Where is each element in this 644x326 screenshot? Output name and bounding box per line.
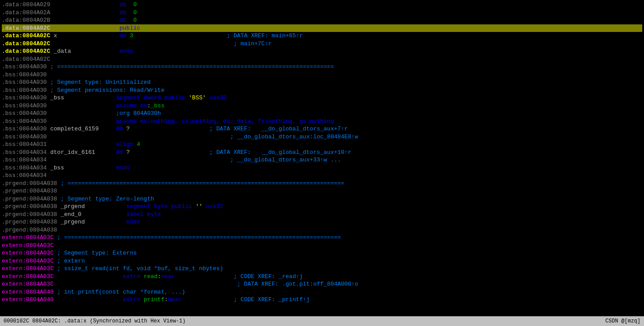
status-left: 0000102C 0804A02C: .data:x (Synchronized… [4, 318, 185, 324]
line-addr: .bss:0804A030 [2, 63, 47, 70]
line-addr: .data:0804A02C [2, 40, 50, 47]
code-line: .data:0804A02B db 0 [2, 16, 642, 24]
line-addr: extern:0804A03C [2, 250, 54, 256]
line-addr: .bss:0804A030 [2, 126, 47, 132]
line-addr: extern:0804A040 [2, 289, 54, 295]
line-addr: .prgend:0804A038 [2, 188, 57, 194]
code-line: extern:0804A03C ; extern [2, 257, 642, 265]
code-line: .prgend:0804A038 [2, 226, 642, 234]
line-addr: .bss:0804A034 [2, 149, 47, 156]
code-line: .bss:0804A031 align 4 [2, 141, 642, 149]
line-addr: extern:0804A03C [2, 281, 54, 287]
line-addr: extern:0804A03C [2, 242, 54, 249]
code-line: .prgend:0804A038 [2, 187, 642, 195]
line-addr: .prgend:0804A038 [2, 227, 57, 233]
line-addr: .bss:0804A030 [2, 134, 47, 140]
line-addr: .prgend:0804A038 [2, 211, 57, 218]
code-line: .bss:0804A030 ; Segment permissions: Rea… [2, 86, 642, 94]
code-line: .data:0804A02C ; main+7C↑r [2, 40, 642, 48]
code-line: .bss:0804A030 ;org 804A030h [2, 110, 642, 118]
line-addr: .bss:0804A034 [2, 165, 47, 171]
code-line: .bss:0804A034 _bss ends [2, 164, 642, 172]
code-line: .bss:0804A030 ; __do_global_dtors_aux:lo… [2, 133, 642, 141]
code-line: .bss:0804A030 ; ========================… [2, 63, 642, 71]
code-line: extern:0804A040 ; int printf(const char … [2, 288, 642, 296]
line-addr: .bss:0804A030 [2, 110, 47, 117]
line-addr: .prgend:0804A038 [2, 219, 57, 225]
code-line: .bss:0804A030 assume es:nothing, ss:noth… [2, 118, 642, 126]
status-right: CSDN @[mzq] [605, 318, 640, 324]
code-line: extern:0804A03C ; ssize_t read(int fd, v… [2, 265, 642, 273]
code-line: .prgend:0804A038 _end_0 label byte [2, 211, 642, 219]
line-addr: extern:0804A03C [2, 234, 54, 241]
line-addr: .data:0804A02B [2, 17, 50, 24]
code-line: .bss:0804A030 completed_6159 db ? ; DATA… [2, 125, 642, 133]
line-addr: .bss:0804A034 [2, 157, 47, 163]
code-line: .data:0804A02C _data ends [2, 47, 642, 55]
code-line: extern:0804A03C [2, 242, 642, 250]
line-addr: .prgend:0804A038 [2, 203, 57, 210]
line-addr: .data:0804A02C [2, 56, 50, 63]
code-line: .data:0804A02C [2, 55, 642, 63]
line-addr: extern:0804A03C [2, 273, 54, 280]
code-line: .data:0804A029 db 0 [2, 1, 642, 9]
line-addr: .prgend:0804A038 [2, 196, 57, 202]
line-addr: .data:0804A029 [2, 1, 50, 8]
code-line: .bss:0804A030 ; Segment type: Uninitiali… [2, 79, 642, 86]
line-addr: .bss:0804A031 [2, 141, 47, 148]
code-line: extern:0804A03C extrn read:near ; CODE X… [2, 273, 642, 281]
code-line: .bss:0804A030 assume cs:_bss [2, 102, 642, 110]
code-line: .bss:0804A034 ; __do_global_dtors_aux+33… [2, 156, 642, 164]
code-line: extern:0804A03C ; Segment type: Externs [2, 249, 642, 257]
line-addr: .data:0804A02C [2, 32, 50, 39]
code-line: .prgend:0804A038 ; Segment type: Zero-le… [2, 195, 642, 203]
line-addr: .bss:0804A030 [2, 94, 47, 101]
code-line: .data:0804A02C x dd 3 ; DATA XREF: main+… [2, 32, 642, 40]
line-addr: .data:0804A02C [2, 25, 50, 31]
code-line: extern:0804A03C ; DATA XREF: .got.plt:of… [2, 280, 642, 288]
code-line: .prgend:0804A038 _prgend ends [2, 218, 642, 226]
line-addr: extern:0804A03C [2, 265, 54, 272]
line-addr: .bss:0804A034 [2, 172, 47, 179]
code-line: extern:0804A040 extrn printf:near ; CODE… [2, 296, 642, 304]
main-container: .data:0804A029 db 0.data:0804A02A db 0.d… [0, 0, 644, 326]
line-addr: .bss:0804A030 [2, 118, 47, 125]
code-line: extern:0804A03C ; ======================… [2, 234, 642, 242]
status-bar: 0000102C 0804A02C: .data:x (Synchronized… [0, 316, 644, 326]
code-line: .bss:0804A030 [2, 71, 642, 79]
line-addr: extern:0804A03C [2, 258, 54, 264]
code-area[interactable]: .data:0804A029 db 0.data:0804A02A db 0.d… [0, 0, 644, 316]
line-addr: extern:0804A040 [2, 296, 54, 303]
code-line: .data:0804A02C public x [2, 24, 642, 32]
line-addr: .prgend:0804A038 [2, 180, 57, 187]
line-addr: .bss:0804A030 [2, 79, 47, 86]
code-line: .prgend:0804A038 _prgend segment byte pu… [2, 203, 642, 211]
line-addr: .bss:0804A030 [2, 102, 47, 109]
line-addr: .data:0804A02A [2, 9, 50, 16]
code-line: .bss:0804A034 [2, 172, 642, 180]
code-line: .bss:0804A034 dtor_idx_6161 dd ? ; DATA … [2, 149, 642, 157]
code-line: .data:0804A02A db 0 [2, 9, 642, 17]
line-addr: .bss:0804A030 [2, 87, 47, 94]
code-line: .prgend:0804A038 ; =====================… [2, 180, 642, 188]
line-addr: .bss:0804A030 [2, 71, 47, 78]
code-line: .bss:0804A030 _bss segment dword public … [2, 94, 642, 102]
line-addr: .data:0804A02C [2, 48, 50, 55]
